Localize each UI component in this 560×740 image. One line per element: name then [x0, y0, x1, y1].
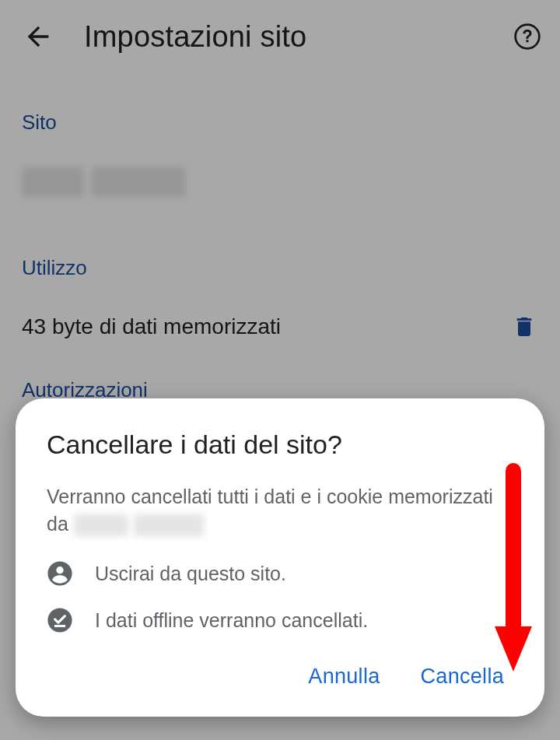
offline-pin-icon [47, 607, 73, 633]
cancel-button[interactable]: Annulla [305, 658, 383, 695]
svg-point-1 [56, 566, 63, 573]
dialog-title: Cancellare i dati del sito? [47, 430, 513, 460]
dialog-bullet-offline-text: I dati offline verranno cancellati. [95, 609, 368, 632]
dialog-bullet-signout-text: Uscirai da questo sito. [95, 563, 286, 585]
confirm-button[interactable]: Cancella [418, 658, 507, 695]
clear-site-data-dialog: Cancellare i dati del sito? Verranno can… [16, 398, 544, 717]
dialog-bullet-offline: I dati offline verranno cancellati. [47, 607, 513, 633]
dialog-body: Verranno cancellati tutti i dati e i coo… [47, 483, 513, 537]
dialog-bullet-signout: Uscirai da questo sito. [47, 560, 513, 587]
person-icon [47, 560, 73, 587]
dialog-actions: Annulla Cancella [47, 654, 513, 695]
svg-rect-3 [54, 625, 65, 627]
